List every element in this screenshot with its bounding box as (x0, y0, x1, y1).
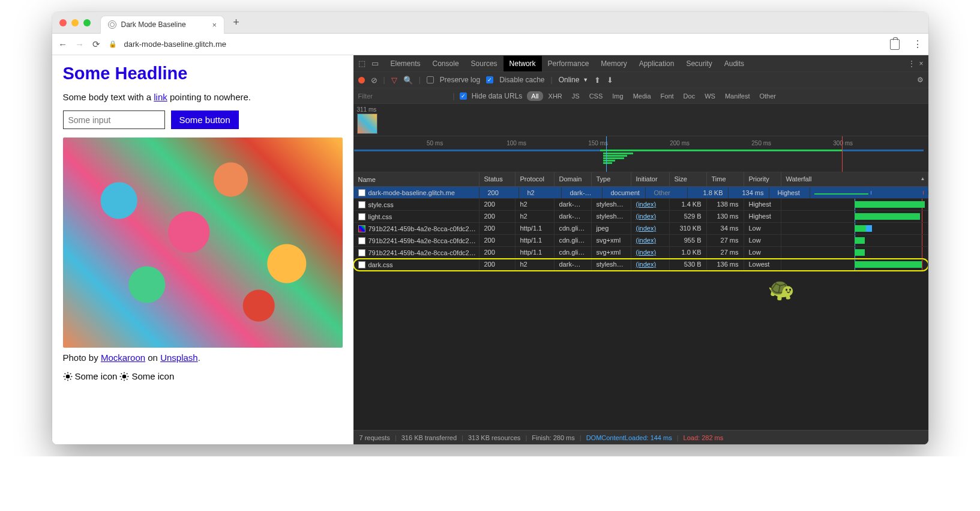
maximize-window-icon[interactable] (83, 19, 91, 26)
content-area: Some Headline Some body text with a link… (52, 55, 928, 444)
devtools-tab-audits[interactable]: Audits (718, 56, 750, 71)
filter-bar: | ✓ Hide data URLs AllXHRJSCSSImgMediaFo… (353, 88, 928, 104)
forward-button[interactable]: → (75, 39, 85, 49)
devtools-close-icon[interactable]: × (919, 59, 923, 68)
devtools-menu-icon[interactable]: ⋮ (908, 59, 915, 68)
status-load: Load: 282 ms (684, 434, 724, 441)
bulb-icon (63, 372, 73, 381)
file-icon (358, 261, 365, 268)
caption-link-author[interactable]: Mockaroon (101, 352, 145, 363)
table-row[interactable]: dark.css200h2dark-mo…stylesheet(index)53… (353, 259, 928, 271)
col-size[interactable]: Size (670, 172, 707, 186)
tab-title: Dark Mode Baseline (121, 20, 186, 29)
devtools-tab-elements[interactable]: Elements (385, 56, 427, 71)
timeline-ruler[interactable]: 50 ms100 ms150 ms200 ms250 ms300 ms (353, 136, 928, 172)
hide-data-urls-label: Hide data URLs (472, 92, 523, 100)
timeline-tick: 200 ms (670, 140, 690, 147)
reload-button[interactable]: ⟳ (92, 39, 101, 50)
status-resources: 313 KB resources (468, 434, 520, 441)
demo-input[interactable] (63, 110, 165, 129)
browser-tab[interactable]: Dark Mode Baseline × (100, 16, 225, 34)
turtle-icon: 🐢 (768, 277, 795, 302)
filter-type-ws[interactable]: WS (700, 91, 720, 101)
search-icon[interactable]: 🔍 (403, 76, 413, 85)
svg-line-5 (64, 373, 65, 373)
tab-close-icon[interactable]: × (212, 20, 217, 29)
dcl-marker (606, 136, 607, 172)
col-protocol[interactable]: Protocol (516, 172, 555, 186)
col-priority[interactable]: Priority (744, 172, 781, 186)
devtools-tab-memory[interactable]: Memory (595, 56, 633, 71)
disable-cache-checkbox[interactable]: ✓ (486, 76, 493, 83)
filter-type-media[interactable]: Media (629, 91, 655, 101)
device-icon[interactable]: ▭ (371, 59, 379, 68)
devtools-tab-performance[interactable]: Performance (542, 56, 595, 71)
hide-data-urls-checkbox[interactable]: ✓ (460, 92, 467, 100)
devtools-tab-network[interactable]: Network (504, 56, 542, 71)
col-status[interactable]: Status (479, 172, 516, 186)
col-type[interactable]: Type (592, 172, 631, 186)
browser-menu-icon[interactable]: ⋮ (913, 38, 922, 50)
filter-input[interactable] (358, 92, 448, 100)
preserve-log-label: Preserve log (440, 76, 480, 84)
clear-button[interactable]: ⊘ (371, 76, 377, 85)
screenshot-thumbnail[interactable] (357, 113, 377, 134)
col-initiator[interactable]: Initiator (631, 172, 670, 186)
inspect-icon[interactable]: ⬚ (358, 59, 365, 68)
table-row[interactable]: style.css200h2dark-mo…stylesheet(index)1… (353, 199, 928, 211)
devtools-tab-sources[interactable]: Sources (465, 56, 504, 71)
status-dcl: DOMContentLoaded: 144 ms (586, 434, 672, 441)
filter-type-manifest[interactable]: Manifest (721, 91, 754, 101)
table-body: dark-mode-baseline.glitch.me200h2dark-mo… (353, 187, 928, 430)
svg-point-0 (65, 374, 70, 378)
filter-type-font[interactable]: Font (657, 91, 678, 101)
url-text[interactable]: dark-mode-baseline.glitch.me (124, 40, 227, 49)
filter-type-all[interactable]: All (527, 91, 543, 101)
back-button[interactable]: ← (58, 39, 68, 49)
filter-type-css[interactable]: CSS (585, 91, 607, 101)
throttling-select[interactable]: Online▼ (559, 76, 589, 84)
new-tab-button[interactable]: + (233, 16, 239, 29)
table-row[interactable]: 791b2241-459b-4a2e-8cca-c0fdc2…200http/1… (353, 235, 928, 247)
filter-type-other[interactable]: Other (755, 91, 780, 101)
caption-link-site[interactable]: Unsplash (160, 352, 198, 363)
settings-gear-icon[interactable]: ⚙ (917, 76, 924, 84)
disable-cache-label: Disable cache (499, 76, 544, 84)
filter-type-img[interactable]: Img (608, 91, 627, 101)
load-marker (842, 136, 843, 172)
filter-type-js[interactable]: JS (568, 91, 584, 101)
preserve-log-checkbox[interactable] (427, 76, 434, 83)
filter-type-xhr[interactable]: XHR (544, 91, 567, 101)
extension-icon[interactable] (890, 39, 900, 50)
lock-icon[interactable]: 🔒 (109, 40, 117, 48)
file-icon (358, 249, 365, 256)
col-name[interactable]: Name (353, 172, 479, 186)
overview-strip[interactable]: 311 ms (353, 104, 928, 136)
devtools-tabs: ⬚ ▭ ElementsConsoleSourcesNetworkPerform… (353, 55, 928, 72)
body-link[interactable]: link (154, 92, 167, 102)
record-button[interactable] (358, 77, 365, 83)
filter-type-doc[interactable]: Doc (679, 91, 700, 101)
demo-button[interactable]: Some button (171, 110, 239, 129)
table-row[interactable]: 791b2241-459b-4a2e-8cca-c0fdc2…200http/1… (353, 223, 928, 235)
table-row[interactable]: dark-mode-baseline.glitch.me200h2dark-mo… (353, 187, 928, 199)
minimize-window-icon[interactable] (71, 19, 79, 26)
col-time[interactable]: Time (707, 172, 744, 186)
icon-label-1: Some icon (75, 371, 118, 381)
svg-line-7 (64, 379, 65, 379)
download-icon[interactable]: ⬇ (607, 76, 613, 85)
filter-toggle-icon[interactable]: ▽ (391, 76, 397, 85)
col-waterfall[interactable]: Waterfall▲ (781, 172, 928, 186)
svg-line-15 (127, 379, 127, 379)
input-row: Some button (63, 110, 343, 129)
table-row[interactable]: light.css200h2dark-mo…stylesheet(index)5… (353, 211, 928, 223)
upload-icon[interactable]: ⬆ (594, 76, 601, 85)
table-row[interactable]: 791b2241-459b-4a2e-8cca-c0fdc2…200http/1… (353, 247, 928, 259)
status-requests: 7 requests (359, 434, 390, 441)
devtools-tab-console[interactable]: Console (427, 56, 465, 71)
col-domain[interactable]: Domain (555, 172, 592, 186)
titlebar: Dark Mode Baseline × + (52, 12, 928, 34)
close-window-icon[interactable] (59, 19, 67, 26)
devtools-tab-security[interactable]: Security (680, 56, 718, 71)
devtools-tab-application[interactable]: Application (633, 56, 681, 71)
